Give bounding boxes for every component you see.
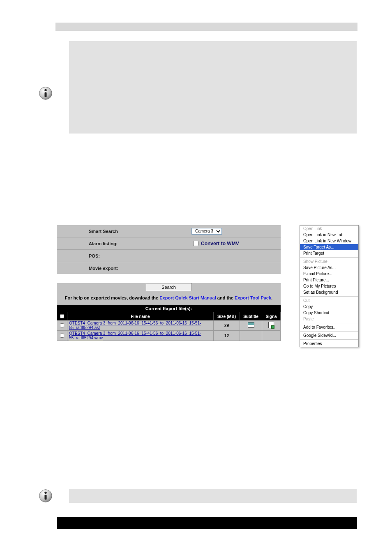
files-header: Current Export file(s): — [57, 305, 281, 312]
ctx-email-picture[interactable]: E-mail Picture... — [300, 271, 358, 277]
convert-wmv-checkbox[interactable] — [193, 241, 198, 246]
svg-rect-2 — [44, 92, 46, 97]
info-box — [69, 41, 357, 134]
export-manual-link[interactable]: Export Quick Start Manual — [159, 295, 216, 300]
info-icon — [39, 86, 53, 100]
ctx-print-target[interactable]: Print Target — [300, 250, 358, 256]
col-subtitle: Subtitle — [240, 312, 262, 320]
help-line: For help on exported movies, download th… — [57, 295, 281, 300]
ctx-set-bg[interactable]: Set as Background — [300, 289, 358, 295]
pos-label: POS: — [89, 253, 142, 258]
ctx-open-new-window[interactable]: Open Link in New Window — [300, 238, 358, 244]
col-filename: File name — [67, 312, 214, 320]
smart-search-label: Smart Search — [89, 229, 142, 234]
ctx-show-picture: Show Picture — [300, 258, 358, 265]
svg-point-1 — [44, 89, 46, 91]
export-files-table: File name Size (MB) Subtitle Signa QTEST… — [57, 312, 281, 341]
ctx-save-picture[interactable]: Save Picture As... — [300, 265, 358, 271]
row-checkbox[interactable] — [60, 334, 64, 338]
footer-bar — [57, 517, 357, 529]
file-link[interactable]: QTEST4_Camera 3_from_2011-06-16_15-41-56… — [67, 320, 214, 331]
file-size: 12 — [214, 331, 240, 341]
info-icon — [39, 489, 53, 503]
ctx-sidewiki[interactable]: Google Sidewiki... — [300, 332, 358, 339]
camera-select[interactable]: Camera 3 — [191, 228, 222, 235]
convert-wmv-label: Convert to WMV — [201, 241, 239, 246]
export-toolpack-link[interactable]: Export Tool Pack — [235, 295, 271, 300]
ctx-copy[interactable]: Copy — [300, 304, 358, 310]
search-panel: Smart Search Camera 3 Alarm listing: Con… — [57, 225, 281, 341]
search-button[interactable]: Search — [146, 283, 192, 291]
col-size: Size (MB) — [214, 312, 240, 320]
subtitle-icon[interactable] — [248, 322, 254, 328]
select-all-checkbox[interactable] — [60, 314, 64, 318]
ctx-paste: Paste — [300, 316, 358, 322]
alarm-listing-label: Alarm listing: — [89, 241, 142, 246]
ctx-open-new-tab[interactable]: Open Link in New Tab — [300, 232, 358, 238]
ctx-open-link: Open Link — [300, 226, 358, 232]
ctx-save-target[interactable]: Save Target As... — [300, 244, 358, 250]
file-link[interactable]: QTEST4_Camera 3_from_2011-06-16_15-41-56… — [67, 331, 214, 341]
table-row: QTEST4_Camera 3_from_2011-06-16_15-41-56… — [57, 320, 281, 331]
ctx-add-favorites[interactable]: Add to Favorites... — [300, 324, 358, 330]
ctx-cut: Cut — [300, 297, 358, 304]
row-checkbox[interactable] — [60, 323, 64, 327]
table-row: QTEST4_Camera 3_from_2011-06-16_15-41-56… — [57, 331, 281, 341]
file-size: 29 — [214, 320, 240, 331]
ctx-go-pictures[interactable]: Go to My Pictures — [300, 283, 358, 289]
signature-icon[interactable] — [268, 322, 274, 328]
ctx-properties[interactable]: Properties — [300, 341, 358, 347]
svg-point-4 — [44, 492, 46, 494]
header-bar — [55, 23, 357, 31]
context-menu: Open Link Open Link in New Tab Open Link… — [300, 225, 359, 347]
movie-export-label: Movie export: — [89, 266, 142, 271]
ctx-copy-shortcut[interactable]: Copy Shortcut — [300, 310, 358, 316]
info-bar — [69, 489, 357, 503]
ctx-print-picture[interactable]: Print Picture... — [300, 277, 358, 283]
col-signature: Signa — [262, 312, 281, 320]
svg-rect-5 — [44, 495, 46, 500]
